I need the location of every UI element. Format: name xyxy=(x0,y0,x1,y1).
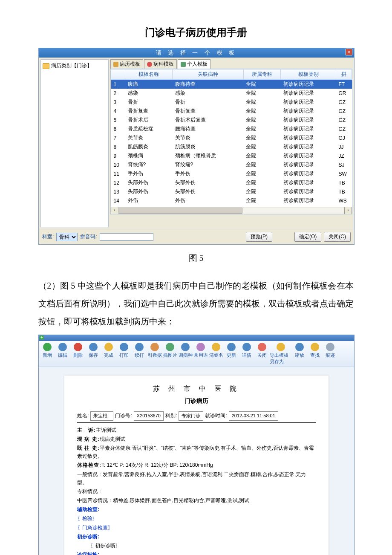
tool-删除[interactable]: 删除 xyxy=(70,343,86,365)
col-dept: 所属专科 xyxy=(243,69,281,80)
dx-label: 初步诊断: xyxy=(77,534,99,540)
hospital-name: 苏 州 市 中 医 院 xyxy=(77,383,316,394)
scroll-thumb[interactable] xyxy=(119,208,242,214)
cell-name: 手外伤 xyxy=(125,169,173,178)
table-row[interactable]: 8肌筋膜炎肌筋膜炎全院初诊病历记录JJ xyxy=(111,142,352,151)
tab-disease-template[interactable]: 病种模板 xyxy=(144,59,177,69)
tool-新增[interactable]: 新增 xyxy=(40,343,55,365)
cell-name: 骨折术后 xyxy=(125,116,173,124)
table-row[interactable]: 11手外伤手外伤全院初诊病历记录SW xyxy=(111,169,352,178)
tool-痕迹[interactable]: 痕迹 xyxy=(323,343,338,365)
scroll-right-icon[interactable]: › xyxy=(344,207,352,214)
spec-text[interactable]: 专科情况： xyxy=(77,488,316,496)
tool-详情[interactable]: 详情 xyxy=(239,343,254,365)
tool-打印[interactable]: 打印 xyxy=(116,343,132,365)
cell-py: GZ xyxy=(336,107,352,116)
dept-label: 科室: xyxy=(42,233,54,240)
cell-type: 初诊病历记录 xyxy=(281,98,336,107)
tool-引数据[interactable]: 引数据 xyxy=(147,343,162,365)
dept-value[interactable]: 专家门诊 xyxy=(179,411,203,421)
dx-text[interactable]: 〖初步诊断〗 xyxy=(77,542,316,550)
table-row[interactable]: 4骨折复查骨折复查全院初诊病历记录GZ xyxy=(111,107,352,116)
dept-select[interactable]: 骨科 xyxy=(56,233,78,241)
ok-button[interactable]: 确定(O) xyxy=(294,232,321,242)
cell-n: 2 xyxy=(111,89,125,98)
tool-label: 引数据 xyxy=(148,352,162,358)
table-row[interactable]: 12头部外伤头部外伤全院初诊病历记录TB xyxy=(111,178,352,187)
tool-缩放[interactable]: 缩放 xyxy=(292,343,307,365)
name-value[interactable]: 朱宝根 xyxy=(90,411,113,421)
table-row[interactable]: 13头部外伤头部外伤全院初诊病历记录TB xyxy=(111,187,352,196)
cell-name: 颈椎病 xyxy=(125,151,173,160)
preview-button[interactable]: 预览(P) xyxy=(246,232,272,242)
cell-name: 外伤 xyxy=(125,196,173,205)
general-text[interactable]: 一般情况：发育超常,营养良好,抱入入室,半卧,表情呆板,言语流利,二尖瓣面容,模… xyxy=(77,471,316,487)
chief-text[interactable]: 主诉测试 xyxy=(96,427,116,433)
scroll-track[interactable] xyxy=(119,208,344,214)
present-text[interactable]: 现病史测试 xyxy=(100,436,125,442)
tool-完成[interactable]: 完成 xyxy=(101,343,116,365)
tool-清签名[interactable]: 清签名 xyxy=(208,343,224,365)
tool-label: 详情 xyxy=(242,352,251,358)
tool-编辑[interactable]: 编辑 xyxy=(55,343,70,365)
tool-调病种[interactable]: 调病种 xyxy=(178,343,193,365)
past-text[interactable]: 平素身体健康,否认"肝炎"、"结核"、"菌痢"等传染病史,有手术、输血、外伤史,… xyxy=(77,445,314,459)
chief-label: 主 诉: xyxy=(77,427,96,433)
tool-label: 调病种 xyxy=(179,352,193,358)
cell-type: 初诊病历记录 xyxy=(281,196,336,205)
cell-dept: 全院 xyxy=(243,142,281,151)
table-row[interactable]: 14外伤外伤全院初诊病历记录WS xyxy=(111,196,352,205)
table-row[interactable]: 7关节炎关节炎全院初诊病历记录GJ xyxy=(111,133,352,142)
cell-dept: 全院 xyxy=(243,107,281,116)
tool-查找[interactable]: 查找 xyxy=(307,343,323,365)
aux-exam[interactable]: 〖门急诊检查〗 xyxy=(77,524,316,532)
aux-lab[interactable]: 〖检验〗 xyxy=(77,515,316,523)
table-row[interactable]: 3骨折骨折全院初诊病历记录GZ xyxy=(111,98,352,107)
cell-name: 感染 xyxy=(125,89,173,98)
close-icon[interactable]: × xyxy=(346,49,352,55)
cell-py: GJ xyxy=(336,133,352,142)
tool-保存[interactable]: 保存 xyxy=(86,343,101,365)
table-row[interactable]: 9颈椎病颈椎病（颈椎骨质全院初诊病历记录JZ xyxy=(111,151,352,160)
scroll-left-icon[interactable]: ‹ xyxy=(111,207,118,214)
cell-py: GR xyxy=(336,89,352,98)
cell-dis: 肌筋膜炎 xyxy=(173,142,244,151)
cell-dept: 全院 xyxy=(243,133,281,142)
id-value[interactable]: X20153670 xyxy=(134,411,164,421)
table-row[interactable]: 1腹痛腹痛待查全院初诊病历记录FT xyxy=(111,80,352,89)
close-button[interactable]: 关闭(C) xyxy=(324,232,351,242)
tx-label: 诊疗措施: xyxy=(77,552,99,555)
template-table[interactable]: 模板名称 关联病种 所属专科 模板类别 拼 1腹痛腹痛待查全院初诊病历记录FT2… xyxy=(111,69,352,214)
tab-personal-template[interactable]: 个人模板 xyxy=(178,59,210,69)
past-label: 既 往 史: xyxy=(77,445,100,451)
col-num xyxy=(111,69,125,80)
col-type: 模板类别 xyxy=(281,69,336,80)
exam-label: 体格检查: xyxy=(77,462,101,468)
tcm-text[interactable]: 中医四诊情况：精神差,形体矮胖,面色苍白,目光精彩内含,声音嘶哑,测试,测试 xyxy=(77,497,316,505)
dialog-title-text: 请 选 择 一 个 模 板 xyxy=(156,49,237,56)
tree-root-item[interactable]: 病历类别【门诊】 xyxy=(43,62,107,69)
cell-name: 关节炎 xyxy=(125,133,173,142)
plus-icon[interactable]: + xyxy=(40,335,44,340)
tool-关闭[interactable]: 关闭 xyxy=(254,343,270,365)
table-row[interactable]: 10肾绞痛?肾绞痛?全院初诊病历记录SJ xyxy=(111,160,352,169)
time-label: 就诊时间: xyxy=(205,412,227,420)
time-value[interactable]: 2012-03-21 11:58:01 xyxy=(229,411,278,421)
tool-插图片[interactable]: 插图片 xyxy=(162,343,178,365)
pinyin-input[interactable] xyxy=(100,233,153,241)
exam-text[interactable]: T: 12℃ P: 14次/分 R: 12次/分 BP: 120/180mmHg xyxy=(101,462,213,468)
tool-导出模板另存为[interactable]: 导出模板另存为 xyxy=(270,343,292,365)
h-scrollbar[interactable]: ‹ › xyxy=(111,207,352,214)
record-title: 门诊病历 xyxy=(77,396,316,405)
tool-更新[interactable]: 更新 xyxy=(224,343,239,365)
tool-续打[interactable]: 续打 xyxy=(132,343,147,365)
id-label: 门诊号: xyxy=(115,412,132,420)
category-tree[interactable]: 病历类别【门诊】 xyxy=(40,59,109,227)
table-row[interactable]: 2感染感染全院初诊病历记录GR xyxy=(111,89,352,98)
tool-常用语[interactable]: 常用语 xyxy=(193,343,208,365)
table-row[interactable]: 5骨折术后骨折术后复查全院初诊病历记录GZ xyxy=(111,116,352,124)
tab-record-template[interactable]: 病历模板 xyxy=(110,59,143,69)
window-titlebar: + xyxy=(39,335,354,341)
cell-dis: 颈椎病（颈椎骨质 xyxy=(173,151,244,160)
table-row[interactable]: 6骨质疏松症腰痛待查全院初诊病历记录GZ xyxy=(111,124,352,133)
